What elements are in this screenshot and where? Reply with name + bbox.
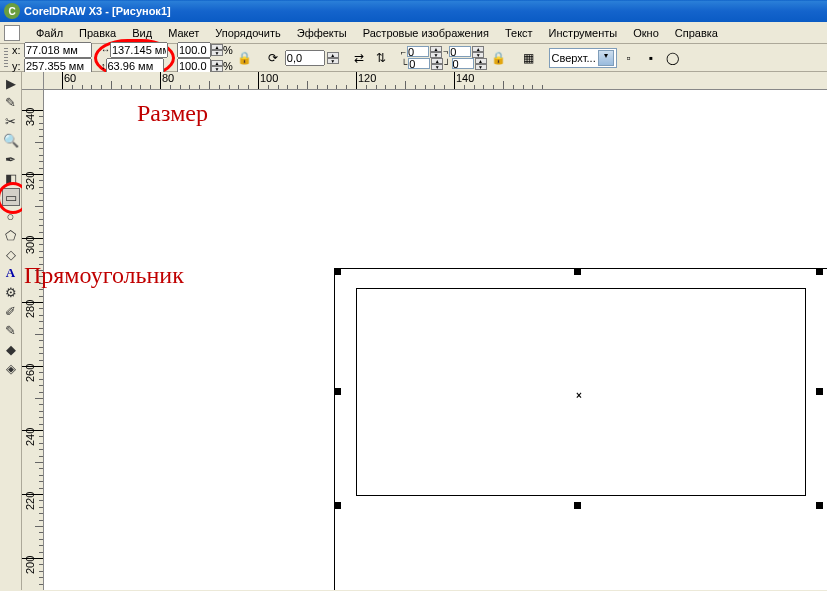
lock-ratio-icon[interactable]: 🔒 xyxy=(235,48,255,68)
percent-label: % xyxy=(223,44,233,56)
property-bar: x: y: ↔ ↕ ▲▼% ▲▼% 🔒 ⟳ ▲▼ ⇄ ⇅ ⌐▲▼¬▲▼ └▲▼┘… xyxy=(0,44,827,72)
menu-bitmaps[interactable]: Растровые изображения xyxy=(355,25,497,41)
menu-arrange[interactable]: Упорядочить xyxy=(207,25,288,41)
polygon-tool[interactable]: ⬠ xyxy=(2,226,20,244)
size-annotation-circle: ↔ ↕ xyxy=(94,39,175,77)
title-bar: C CorelDRAW X3 - [Рисунок1] xyxy=(0,0,827,22)
x-label: x: xyxy=(12,44,24,56)
y-label: y: xyxy=(12,60,24,72)
to-front-icon[interactable]: ▫ xyxy=(619,48,639,68)
menu-file[interactable]: Файл xyxy=(28,25,71,41)
toolbox: ▶ ✎ ✂ 🔍 ✒ ◧ ▭ ○ ⬠ ◇ A ⚙ ✐ ✎ ◆ ◈ xyxy=(0,72,22,590)
outline-tool[interactable]: ✎ xyxy=(2,321,20,339)
width-input[interactable] xyxy=(110,42,168,58)
selection-handle-tr[interactable] xyxy=(816,268,823,275)
corner-br-input[interactable] xyxy=(452,58,474,69)
menu-window[interactable]: Окно xyxy=(625,25,667,41)
width-arrow-icon: ↔ xyxy=(101,44,110,56)
wrap-text-icon[interactable]: ▦ xyxy=(519,48,539,68)
document-icon[interactable] xyxy=(4,25,20,41)
pick-tool[interactable]: ▶ xyxy=(2,74,20,92)
selection-center-icon: × xyxy=(576,390,582,401)
corner-roundness-group: ⌐▲▼¬▲▼ └▲▼┘▲▼ xyxy=(401,46,487,70)
corner-bl-input[interactable] xyxy=(408,58,430,69)
interactive-tool[interactable]: ⚙ xyxy=(2,283,20,301)
lock-corners-icon[interactable]: 🔒 xyxy=(489,48,509,68)
scale-group: ▲▼% ▲▼% xyxy=(177,42,233,74)
rotation-input[interactable] xyxy=(285,50,325,66)
menu-edit[interactable]: Правка xyxy=(71,25,124,41)
menu-layout[interactable]: Макет xyxy=(160,25,207,41)
menu-tools[interactable]: Инструменты xyxy=(541,25,626,41)
zoom-tool[interactable]: 🔍 xyxy=(2,131,20,149)
dropdown-arrow-icon[interactable]: ▾ xyxy=(598,50,614,66)
mirror-h-icon[interactable]: ⇄ xyxy=(349,48,369,68)
snap-dropdown[interactable]: Сверхт... ▾ xyxy=(549,48,617,68)
menu-effects[interactable]: Эффекты xyxy=(289,25,355,41)
corner-tl-input[interactable] xyxy=(407,46,429,57)
corner-tr-input[interactable] xyxy=(449,46,471,57)
window-title: CorelDRAW X3 - [Рисунок1] xyxy=(24,5,171,17)
selection-handle-tm[interactable] xyxy=(574,268,581,275)
spin-down[interactable]: ▼ xyxy=(327,58,339,64)
corner-tr-icon: ¬ xyxy=(443,47,448,57)
grip-icon xyxy=(4,48,8,68)
spin-down[interactable]: ▼ xyxy=(211,50,223,56)
shape-tool[interactable]: ✎ xyxy=(2,93,20,111)
app-icon: C xyxy=(4,3,20,19)
basic-shapes-tool[interactable]: ◇ xyxy=(2,245,20,263)
ruler-corner[interactable] xyxy=(22,72,44,90)
selection-handle-mr[interactable] xyxy=(816,388,823,395)
selection-handle-bm[interactable] xyxy=(574,502,581,509)
horizontal-ruler[interactable]: 6080100120140 xyxy=(44,72,827,90)
selection-handle-bl[interactable] xyxy=(334,502,341,509)
selection-handle-tl[interactable] xyxy=(334,268,341,275)
rotate-icon: ⟳ xyxy=(263,48,283,68)
percent-label: % xyxy=(223,60,233,72)
canvas[interactable]: × xyxy=(44,90,827,590)
canvas-area: 6080100120140 340320300280260240220200 ×… xyxy=(22,72,827,590)
corner-br-icon: ┘ xyxy=(444,59,450,69)
eyedropper-tool[interactable]: ✐ xyxy=(2,302,20,320)
convert-curves-icon[interactable]: ◯ xyxy=(663,48,683,68)
spin-down[interactable]: ▼ xyxy=(211,66,223,72)
ellipse-tool[interactable]: ○ xyxy=(2,207,20,225)
corner-bl-icon: └ xyxy=(401,59,407,69)
fill-tool[interactable]: ◆ xyxy=(2,340,20,358)
corner-tl-icon: ⌐ xyxy=(401,47,406,57)
interactive-fill-tool[interactable]: ◈ xyxy=(2,359,20,377)
to-back-icon[interactable]: ▪ xyxy=(641,48,661,68)
x-input[interactable] xyxy=(24,42,92,58)
vertical-ruler[interactable]: 340320300280260240220200 xyxy=(22,90,44,590)
smartfill-tool[interactable]: ◧ xyxy=(2,169,20,187)
selection-handle-ml[interactable] xyxy=(334,388,341,395)
workspace: ▶ ✎ ✂ 🔍 ✒ ◧ ▭ ○ ⬠ ◇ A ⚙ ✐ ✎ ◆ ◈ 60801001… xyxy=(0,72,827,590)
menu-text[interactable]: Текст xyxy=(497,25,541,41)
size-group: ↔ ↕ xyxy=(101,42,168,74)
mirror-v-icon[interactable]: ⇅ xyxy=(371,48,391,68)
rectangle-tool[interactable]: ▭ xyxy=(2,188,20,206)
menu-help[interactable]: Справка xyxy=(667,25,726,41)
text-tool[interactable]: A xyxy=(2,264,20,282)
scale-x-input[interactable] xyxy=(177,42,211,58)
selection-handle-br[interactable] xyxy=(816,502,823,509)
position-group: x: y: xyxy=(12,42,92,74)
crop-tool[interactable]: ✂ xyxy=(2,112,20,130)
freehand-tool[interactable]: ✒ xyxy=(2,150,20,168)
snap-label: Сверхт... xyxy=(552,52,596,64)
